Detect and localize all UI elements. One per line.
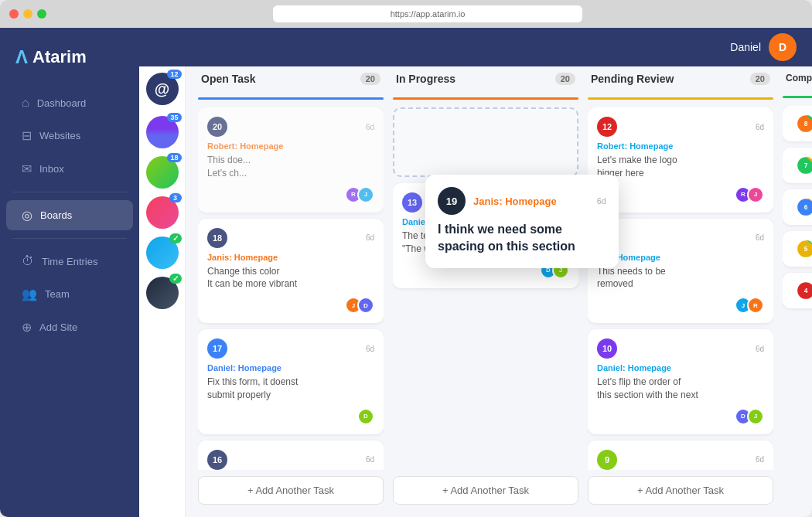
card-author-20: Robert: Homepage — [207, 141, 374, 151]
column-header-complete: Comple — [783, 66, 812, 90]
sidebar-item-dashboard[interactable]: ⌂ Dashboard — [6, 88, 133, 117]
card-18[interactable]: 18 6d Janis: Homepage Change this colorI… — [198, 219, 384, 324]
avatar-stack-17: D — [357, 408, 374, 425]
card-time-9: 6d — [756, 455, 764, 464]
cards-list-in-progress: 13 6d Daniel: Homepage The text here sho… — [393, 107, 578, 470]
card-id-16: 16 — [207, 450, 227, 470]
pie-chart-5: 5 — [794, 237, 812, 260]
card-18-header: 18 6d — [207, 228, 374, 248]
inbox-icon: ✉ — [22, 162, 32, 176]
close-dot[interactable] — [9, 9, 19, 19]
user-avatar[interactable]: D — [769, 33, 797, 61]
svg-text:7: 7 — [804, 162, 808, 169]
avatar-12-2: J — [747, 186, 764, 203]
site-item-2[interactable]: 18 — [146, 156, 179, 189]
site-badge-4: ✓ — [169, 233, 182, 243]
url-text: https://app.atarim.io — [391, 9, 466, 19]
complete-card-6[interactable]: 6 — [783, 189, 812, 225]
home-icon: ⌂ — [22, 96, 29, 110]
card-footer-17: D — [207, 408, 374, 425]
sidebar-item-boards[interactable]: ◎ Boards — [6, 200, 133, 230]
browser-toolbar: https://app.atarim.io — [0, 0, 812, 28]
sidebar-item-inbox[interactable]: ✉ Inbox — [6, 154, 133, 184]
column-indicator-pending-review — [588, 97, 773, 100]
site-badge-0: 12 — [167, 70, 181, 79]
user-name: Daniel — [730, 41, 761, 53]
complete-card-5[interactable]: 5 — [783, 231, 812, 267]
card-id-10: 10 — [597, 338, 617, 359]
card-author-18: Janis: Homepage — [207, 253, 374, 262]
sidebar: Λ Atarim ⌂ Dashboard ⊟ Websites ✉ Inbox … — [0, 28, 139, 517]
card-text-18: Change this colorIt can be more vibrant — [207, 265, 374, 291]
tooltip-text: I think we need some spacing on this sec… — [438, 221, 606, 256]
sidebar-item-websites[interactable]: ⊟ Websites — [6, 121, 133, 151]
card-20[interactable]: 20 6d Robert: Homepage This doe...Let's … — [198, 107, 384, 213]
card-10[interactable]: 10 6d Daniel: Homepage Let's flip the or… — [588, 329, 773, 434]
site-badge-3: 3 — [169, 193, 182, 202]
card-footer-20: R J — [207, 186, 374, 203]
complete-card-8[interactable]: 8 — [783, 106, 812, 141]
url-bar[interactable]: https://app.atarim.io — [273, 5, 582, 22]
card-text-11: This needs to beremoved — [597, 265, 764, 291]
minimize-dot[interactable] — [23, 9, 32, 19]
card-text-20: This doe...Let's ch... — [207, 154, 374, 180]
column-title-pending-review: Pending Review — [591, 73, 674, 85]
card-author-11: Joe: Homepage — [597, 253, 764, 262]
card-time-11: 6d — [756, 233, 764, 242]
avatar-10-2: J — [747, 408, 764, 425]
column-complete: Comple 8 — [783, 66, 812, 505]
card-time-12: 6d — [756, 123, 764, 131]
logo-text: Atarim — [32, 47, 87, 67]
card-16[interactable]: 16 6d Janis: Homepage I think we can fin… — [198, 440, 384, 470]
sidebar-item-add-site[interactable]: ⊕ Add Site — [6, 312, 133, 342]
complete-card-7[interactable]: 7 — [783, 148, 812, 183]
nav-divider — [12, 192, 127, 192]
sidebar-item-team[interactable]: 👥 Team — [6, 279, 133, 309]
websites-panel: @ 12 35 18 — [139, 66, 186, 517]
site-badge-1: 35 — [167, 113, 181, 122]
card-time-18: 6d — [366, 233, 374, 242]
avatar-stack-18: J D — [345, 297, 374, 314]
card-9[interactable]: 9 6d Janis: Homepage This link shouldn't… — [588, 440, 773, 470]
card-text-17: Fix this form, it doenstsubmit properly — [207, 376, 374, 402]
card-12-header: 12 6d — [597, 117, 764, 137]
card-id-13: 13 — [402, 192, 422, 213]
column-header-open-task: Open Task 20 — [198, 66, 384, 91]
complete-card-4[interactable]: 4 — [783, 273, 812, 308]
svg-text:8: 8 — [804, 120, 808, 128]
add-task-button-pending[interactable]: + Add Another Task — [588, 476, 773, 505]
card-id-9: 9 — [597, 450, 617, 470]
card-footer-10: D J — [597, 408, 764, 425]
site-item-4[interactable]: ✓ — [146, 236, 179, 269]
maximize-dot[interactable] — [37, 9, 46, 19]
site-item-5[interactable]: ✓ — [146, 277, 179, 309]
pie-chart-6: 6 — [794, 196, 812, 219]
avatar-initials: D — [779, 41, 786, 53]
site-item-1[interactable]: 35 — [146, 116, 179, 148]
svg-text:5: 5 — [804, 245, 808, 253]
site-item-3[interactable]: 3 — [146, 196, 179, 229]
site-at-icon[interactable]: @ 12 — [146, 73, 179, 105]
avatar-17-1: D — [357, 408, 374, 425]
window-controls — [9, 9, 46, 19]
card-20-header: 20 6d — [207, 117, 374, 137]
nav-divider-2 — [12, 238, 127, 239]
sidebar-item-time-entries[interactable]: ⏱ Time Entries — [6, 247, 133, 276]
card-author-12: Robert: Homepage — [597, 141, 764, 151]
card-17[interactable]: 17 6d Daniel: Homepage Fix this form, it… — [198, 329, 384, 434]
add-site-icon: ⊕ — [22, 320, 32, 335]
tooltip-header: 19 Janis: Homepage 6d — [438, 187, 606, 215]
cards-list-complete: 8 7 — [783, 106, 812, 505]
add-task-button-progress[interactable]: + Add Another Task — [393, 476, 578, 505]
svg-text:4: 4 — [804, 287, 808, 294]
card-author-10: Daniel: Homepage — [597, 363, 764, 372]
avatar-11-2: R — [747, 297, 764, 314]
svg-text:6: 6 — [804, 203, 808, 211]
card-footer-12: R J — [597, 186, 764, 203]
browser-window: https://app.atarim.io Λ Atarim ⌂ Dashboa… — [0, 0, 812, 517]
column-pending-review: Pending Review 20 12 6d — [588, 66, 773, 505]
add-task-button-open[interactable]: + Add Another Task — [198, 476, 384, 505]
column-count-in-progress: 20 — [555, 73, 575, 85]
sidebar-label-websites: Websites — [39, 130, 80, 141]
cards-list-open-task: 20 6d Robert: Homepage This doe...Let's … — [198, 107, 384, 470]
